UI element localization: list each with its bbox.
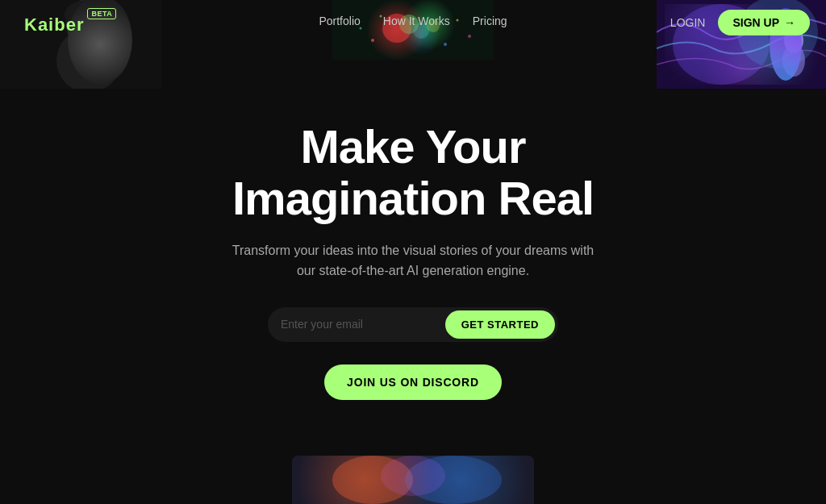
email-input[interactable] [281,311,445,337]
signup-label: SIGN UP [732,16,779,29]
svg-rect-7 [332,0,494,60]
svg-point-12 [371,39,374,42]
nav-links: Portfolio How It Works Pricing [319,15,507,27]
beta-badge: BETA [87,8,116,19]
nav-link-how-it-works[interactable]: How It Works [383,15,450,27]
svg-point-14 [444,43,447,46]
svg-point-22 [782,44,805,77]
signup-button[interactable]: SIGN UP → [718,10,810,35]
get-started-button[interactable]: GET STARTED [445,310,555,339]
bottom-preview [292,456,534,504]
svg-point-16 [468,35,471,38]
nav-link-portfolio[interactable]: Portfolio [319,15,360,27]
nav-link-pricing[interactable]: Pricing [473,15,507,27]
nav-right: LOGIN SIGN UP → [670,10,810,35]
discord-button[interactable]: JOIN US ON DISCORD [324,364,502,400]
svg-rect-0 [0,0,161,89]
svg-point-25 [405,456,502,504]
svg-point-24 [332,456,413,504]
svg-point-4 [70,40,75,44]
brand-name: Kaiber [24,15,84,35]
hero-subtitle: Transform your ideas into the visual sto… [227,240,599,281]
svg-point-26 [381,456,445,496]
thumbnail-center [332,0,494,60]
login-button[interactable]: LOGIN [670,16,706,29]
hero-section: Make Your Imagination Real Transform you… [0,105,826,423]
logo-area: Kaiber BETA [24,15,116,35]
thumbnail-left [0,0,161,89]
cta-row: GET STARTED [268,307,558,342]
svg-rect-23 [292,456,534,504]
hero-title: Make Your Imagination Real [232,121,594,224]
signup-arrow: → [784,16,795,29]
